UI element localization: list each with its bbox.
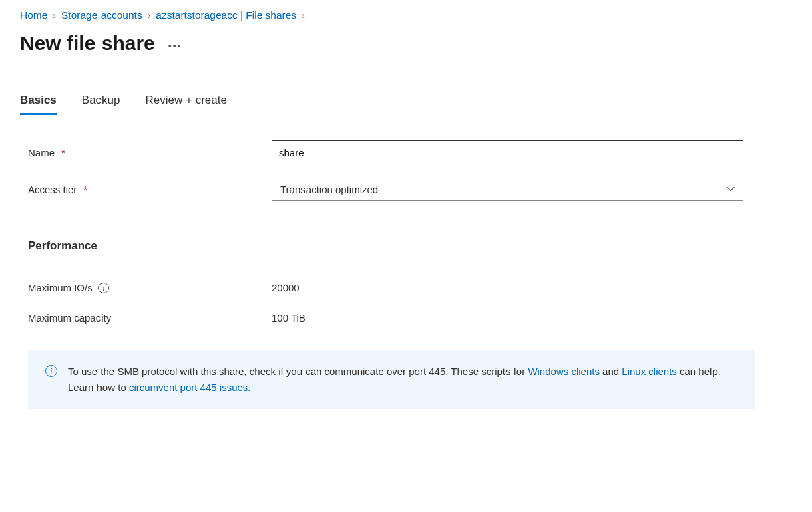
max-iops-label: Maximum IO/s i [20, 282, 272, 293]
info-box-text: To use the SMB protocol with this share,… [68, 364, 737, 396]
name-label-text: Name [28, 147, 55, 158]
name-control [272, 140, 743, 164]
name-row: Name* [20, 140, 755, 164]
chevron-right-icon: › [302, 10, 305, 21]
breadcrumb-storage-accounts[interactable]: Storage accounts [61, 9, 142, 21]
chevron-right-icon: › [53, 10, 56, 21]
performance-heading: Performance [20, 239, 755, 253]
max-iops-label-text: Maximum IO/s [28, 282, 93, 293]
tab-basics[interactable]: Basics [20, 94, 57, 114]
max-iops-row: Maximum IO/s i 20000 [20, 282, 755, 293]
access-tier-select[interactable]: Transaction optimized [272, 178, 743, 201]
tab-backup[interactable]: Backup [82, 94, 120, 114]
form-area: Name* Access tier* Transaction optimized… [20, 140, 755, 409]
access-tier-label-text: Access tier [28, 184, 77, 195]
access-tier-control: Transaction optimized [272, 178, 743, 201]
info-icon[interactable]: i [98, 283, 109, 293]
link-windows-clients[interactable]: Windows clients [528, 366, 600, 377]
name-label: Name* [20, 147, 272, 158]
max-capacity-label-text: Maximum capacity [28, 312, 111, 324]
required-asterisk: * [61, 147, 65, 158]
info-text-1: To use the SMB protocol with this share,… [68, 366, 528, 377]
more-actions-button[interactable]: ••• [168, 35, 182, 51]
info-icon: i [45, 365, 57, 377]
page-title: New file share [20, 32, 155, 55]
link-circumvent-port-445[interactable]: circumvent port 445 issues. [129, 382, 251, 393]
required-asterisk: * [83, 184, 87, 195]
info-text-2: and [600, 366, 622, 377]
info-box: i To use the SMB protocol with this shar… [28, 350, 755, 409]
chevron-right-icon: › [148, 10, 151, 21]
name-input[interactable] [272, 140, 743, 164]
title-row: New file share ••• [20, 32, 792, 55]
breadcrumb-file-shares[interactable]: azstartstorageacc | File shares [156, 9, 296, 21]
access-tier-label: Access tier* [20, 184, 272, 195]
max-iops-value: 20000 [272, 282, 300, 293]
access-tier-row: Access tier* Transaction optimized [20, 178, 755, 201]
max-capacity-label: Maximum capacity [20, 312, 272, 324]
chevron-down-icon [727, 185, 735, 193]
link-linux-clients[interactable]: Linux clients [622, 366, 677, 377]
max-capacity-row: Maximum capacity 100 TiB [20, 312, 755, 324]
max-capacity-value: 100 TiB [272, 312, 306, 324]
access-tier-value: Transaction optimized [280, 184, 378, 195]
breadcrumb: Home › Storage accounts › azstartstorage… [20, 9, 792, 21]
breadcrumb-home[interactable]: Home [20, 9, 47, 21]
tabs: Basics Backup Review + create [20, 94, 792, 114]
tab-review-create[interactable]: Review + create [146, 94, 227, 114]
